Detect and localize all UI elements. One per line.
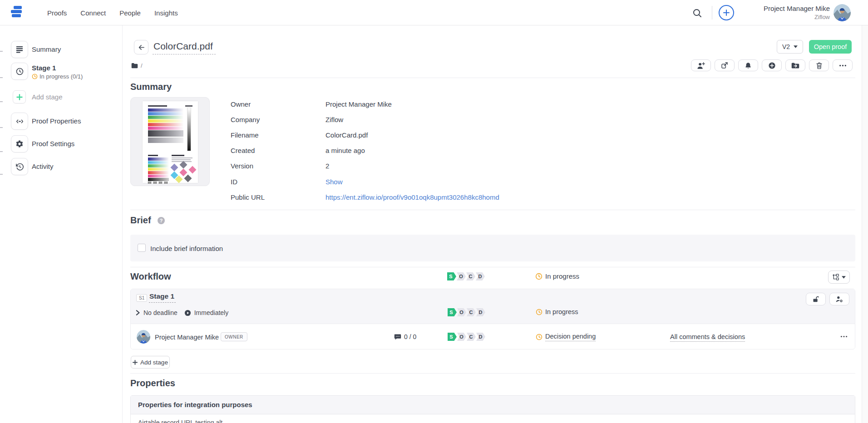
decision-status[interactable]: Decision pending <box>536 333 596 341</box>
main-content: ColorCard.pdf / V2 Open proof Summary <box>123 25 862 423</box>
unlock-icon <box>812 295 820 303</box>
sidebar-item-stage1[interactable]: Stage 1 In progress (0/1) <box>0 63 123 82</box>
nav-connect[interactable]: Connect <box>80 9 106 17</box>
stage-schedule: No deadline Immediately <box>135 309 228 316</box>
more-options-button[interactable] <box>833 59 853 71</box>
brief-heading: Brief <box>130 215 151 226</box>
clock-icon <box>11 63 28 80</box>
version-value: V2 <box>782 43 790 50</box>
in-progress-clock-icon <box>536 309 542 315</box>
ellipsis-icon <box>840 335 848 338</box>
proof-thumbnail[interactable] <box>130 97 210 186</box>
back-button[interactable] <box>134 40 148 54</box>
add-stage-button[interactable]: Add stage <box>131 356 170 369</box>
user-name: Project Manager Mike <box>764 4 830 13</box>
decision-badges: SOCD <box>448 308 486 316</box>
workflow-status: In progress <box>535 272 579 280</box>
owner-badge: OWNER <box>221 332 247 341</box>
field-label: Created <box>231 147 255 154</box>
sidebar-item-label: Stage 1 <box>32 64 56 72</box>
sidebar-item-label: Proof Properties <box>32 117 81 125</box>
proof-title[interactable]: ColorCard.pdf <box>153 40 216 54</box>
show-id-link[interactable]: Show <box>326 178 343 186</box>
chevron-right-icon[interactable] <box>135 310 140 315</box>
brief-panel: Include brief information <box>130 235 855 261</box>
avatar[interactable] <box>137 330 150 344</box>
create-new-button[interactable] <box>719 5 734 20</box>
sidebar-item-label: Add stage <box>32 93 63 101</box>
plus-icon <box>721 8 731 18</box>
back-arrow-icon <box>138 44 145 51</box>
sidebar-item-proof-settings[interactable]: Proof Settings <box>0 135 123 152</box>
move-to-folder-button[interactable] <box>785 59 805 71</box>
nav-proofs[interactable]: Proofs <box>47 9 67 17</box>
chevron-down-icon <box>842 276 846 279</box>
scrollbar-track[interactable] <box>862 0 868 423</box>
add-version-button[interactable] <box>762 59 782 71</box>
properties-partial-row: Airtable record URL testing alt <box>138 419 222 423</box>
properties-panel-title: Properties for integration purposes <box>138 401 252 408</box>
public-url-link[interactable]: https://ent.ziflow.io/proof/v9o01oqk8upm… <box>326 193 499 201</box>
divider <box>130 373 855 374</box>
brief-checkbox[interactable] <box>138 244 146 252</box>
properties-panel: Properties for integration purposes Airt… <box>130 395 855 423</box>
help-icon[interactable]: ? <box>158 217 165 224</box>
divider <box>130 210 855 210</box>
sidebar: Summary Stage 1 In progress (0/1) Add st… <box>0 25 123 423</box>
plus-icon <box>133 360 138 365</box>
stage-status: In progress (0/1) <box>32 73 83 80</box>
sidebar-item-proof-properties[interactable]: Proof Properties <box>0 113 123 130</box>
sidebar-item-add-stage[interactable]: Add stage <box>0 90 123 104</box>
user-company: Ziflow <box>764 13 830 21</box>
lock-stage-button[interactable] <box>806 293 826 305</box>
manage-reviewers-button[interactable] <box>829 293 849 305</box>
stage-name[interactable]: Stage 1 <box>149 292 176 303</box>
field-value: Project Manager Mike <box>326 100 392 108</box>
plus-icon <box>13 90 26 103</box>
divider <box>130 267 855 267</box>
search-icon[interactable] <box>692 8 703 19</box>
comment-count: 0 / 0 <box>394 333 416 340</box>
delete-button[interactable] <box>809 59 829 71</box>
sidebar-item-summary[interactable]: Summary <box>0 41 123 58</box>
field-label: Version <box>231 162 253 170</box>
play-circle-icon <box>184 310 191 316</box>
stage-badge: S1 <box>136 294 147 302</box>
person-gear-icon <box>835 295 843 303</box>
sidebar-item-label: Proof Settings <box>32 140 74 148</box>
nav-insights[interactable]: Insights <box>154 9 178 17</box>
breadcrumb[interactable]: / <box>131 62 143 69</box>
avatar[interactable] <box>833 4 851 21</box>
all-comments-link[interactable]: All comments & decisions <box>670 333 745 342</box>
code-brackets-icon <box>11 113 28 130</box>
nav-people[interactable]: People <box>119 9 141 17</box>
summary-heading: Summary <box>130 82 172 92</box>
ziflow-logo-icon[interactable] <box>11 6 28 20</box>
sidebar-item-label: Summary <box>32 45 61 53</box>
workflow-options-button[interactable] <box>828 271 850 284</box>
field-label: ID <box>231 178 237 186</box>
open-proof-button[interactable]: Open proof <box>809 40 852 54</box>
field-value: 2 <box>326 162 329 170</box>
reviewer-more-button[interactable] <box>838 331 850 341</box>
share-icon <box>721 62 728 69</box>
summary-lines-icon <box>11 41 28 58</box>
trash-icon <box>816 62 823 69</box>
properties-panel-header: Properties for integration purposes <box>131 396 855 414</box>
main-nav: Proofs Connect People Insights <box>47 0 178 25</box>
decision-pending-clock-icon <box>536 334 542 340</box>
decision-badges: SOCD <box>447 272 485 280</box>
version-selector[interactable]: V2 <box>777 40 803 54</box>
brief-checkbox-label: Include brief information <box>150 245 223 252</box>
user-menu[interactable]: Project Manager Mike Ziflow <box>764 4 830 21</box>
thumbnail-page <box>143 101 198 183</box>
stage-card: S1 Stage 1 No deadline Immediately SOCD … <box>130 289 855 349</box>
sidebar-item-activity[interactable]: Activity <box>0 158 123 175</box>
ellipsis-icon <box>839 64 847 67</box>
notifications-button[interactable] <box>738 59 758 71</box>
stage-header: S1 Stage 1 No deadline Immediately SOCD … <box>131 289 855 324</box>
share-button[interactable] <box>715 59 735 71</box>
add-reviewer-button[interactable] <box>691 59 711 71</box>
in-progress-clock-icon <box>32 74 38 79</box>
divider <box>130 78 855 78</box>
